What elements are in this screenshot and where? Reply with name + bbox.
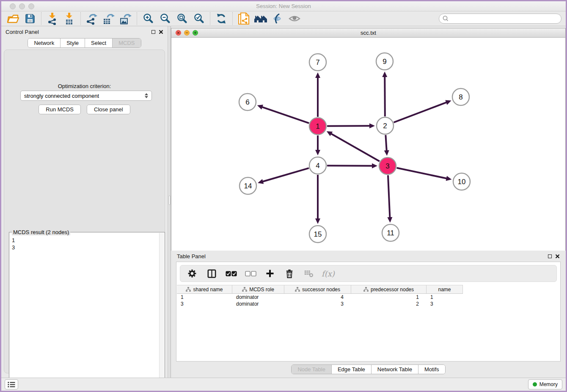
graph-edge-2-3[interactable] [385, 135, 386, 151]
deselect-all-columns-button[interactable] [244, 267, 257, 280]
graph-node-6[interactable]: 6 [239, 94, 256, 110]
zoom-fit-button[interactable] [173, 12, 190, 25]
column-header-shared-name[interactable]: shared name [177, 285, 232, 293]
window-title: Session: New Session [1, 3, 566, 9]
graph-edge-arrow [384, 150, 389, 156]
unchecked-boxes-icon [245, 271, 256, 276]
import-table-button[interactable] [61, 12, 78, 25]
column-header-successor-nodes[interactable]: successor nodes [284, 285, 351, 293]
network-canvas[interactable]: 7968124314101511 [171, 38, 565, 251]
new-network-from-selection-button[interactable] [235, 12, 252, 25]
zoom-fit-icon [176, 13, 187, 24]
close-panel-icon[interactable] [555, 254, 560, 259]
cell-shared-name: 3 [177, 301, 232, 307]
select-all-columns-button[interactable] [224, 267, 238, 280]
zoom-in-button[interactable] [140, 12, 157, 25]
selected-option: strongly connected component [24, 93, 99, 99]
trash-icon [286, 269, 293, 278]
table-row[interactable]: 3 dominator 3 2 3 [177, 301, 463, 307]
graph-edge-1-6[interactable] [261, 107, 309, 123]
graph-node-4[interactable]: 4 [309, 157, 326, 174]
tab-select[interactable]: Select [85, 39, 113, 47]
graph-edge-2-9[interactable] [385, 76, 385, 116]
tab-node-table[interactable]: Node Table [292, 365, 332, 374]
zoom-out-button[interactable] [157, 12, 173, 25]
save-session-button[interactable] [22, 12, 39, 25]
table-settings-button[interactable] [185, 267, 199, 280]
graph-node-15[interactable]: 15 [309, 226, 326, 243]
svg-text:9: 9 [383, 58, 386, 66]
tab-edge-table[interactable]: Edge Table [332, 365, 372, 374]
memory-button[interactable]: Memory [528, 379, 562, 389]
import-network-button[interactable] [44, 12, 61, 25]
tab-style[interactable]: Style [61, 39, 85, 47]
show-panels-button[interactable] [5, 379, 18, 389]
close-panel-button[interactable]: Close panel [87, 105, 130, 114]
tab-motifs[interactable]: Motifs [418, 365, 445, 374]
export-network-button[interactable] [83, 12, 100, 25]
save-icon [25, 13, 36, 24]
column-header-mcds-role[interactable]: MCDS role [232, 285, 284, 293]
delete-column-button[interactable] [283, 267, 296, 280]
home-button[interactable] [252, 12, 269, 25]
search-input[interactable] [449, 14, 561, 23]
graph-node-10[interactable]: 10 [453, 173, 470, 190]
export-image-button[interactable] [117, 12, 134, 25]
graph-node-9[interactable]: 9 [376, 53, 393, 70]
table-panel-header: Table Panel [171, 251, 566, 262]
optimization-criterion-select[interactable]: strongly connected component [20, 91, 152, 101]
graph-node-3[interactable]: 3 [379, 157, 396, 174]
tab-network-table[interactable]: Network Table [372, 365, 418, 374]
graph-edge-arrow [372, 163, 377, 168]
table-header-row: shared name MCDS role successor nodes pr… [177, 285, 463, 294]
search-box[interactable] [439, 14, 561, 24]
panel-splitter[interactable] [168, 26, 171, 378]
tab-network[interactable]: Network [28, 39, 61, 47]
export-table-button[interactable] [100, 12, 117, 25]
graph-edge-3-1[interactable] [330, 133, 379, 161]
window-titlebar: Session: New Session [1, 1, 566, 11]
cell-name: 3 [427, 301, 463, 307]
dropdown-arrows-icon [145, 93, 148, 98]
graph-edge-4-3[interactable] [327, 166, 373, 166]
function-builder-button-disabled[interactable]: f(x) [322, 269, 335, 278]
column-view-button[interactable] [205, 267, 218, 280]
float-panel-icon[interactable] [151, 30, 155, 34]
tab-mcds[interactable]: MCDS [113, 39, 140, 47]
mcds-result-list: 1 3 [12, 237, 159, 392]
graph-node-11[interactable]: 11 [382, 224, 399, 241]
graph-node-7[interactable]: 7 [309, 54, 326, 71]
svg-text:2: 2 [383, 122, 387, 130]
result-scrollbar[interactable] [159, 233, 164, 392]
svg-text:14: 14 [244, 182, 252, 190]
splitter-grip[interactable] [168, 196, 171, 205]
show-button[interactable] [286, 12, 303, 25]
zoom-selected-button[interactable] [190, 12, 207, 25]
graph-edge-1-2[interactable] [327, 126, 370, 126]
hide-button[interactable] [269, 12, 286, 25]
delete-table-button-disabled[interactable] [302, 267, 316, 280]
graph-edge-3-10[interactable] [397, 168, 447, 179]
graph-node-1[interactable]: 1 [309, 118, 326, 135]
graph-edge-4-14[interactable] [262, 168, 309, 182]
memory-label: Memory [539, 381, 558, 387]
graph-node-2[interactable]: 2 [377, 117, 394, 134]
graph-edge-2-8[interactable] [394, 102, 447, 122]
graph-node-14[interactable]: 14 [239, 177, 256, 194]
create-column-button[interactable] [263, 267, 277, 280]
refresh-button[interactable] [213, 12, 230, 25]
float-panel-icon[interactable] [548, 254, 552, 258]
column-header-name[interactable]: name [427, 285, 463, 293]
graph-edge-arrow [315, 218, 320, 224]
column-header-predecessor-nodes[interactable]: predecessor nodes [351, 285, 427, 293]
cell-predecessor-nodes: 1 [351, 294, 427, 300]
graph-node-8[interactable]: 8 [452, 88, 469, 105]
open-session-button[interactable] [5, 12, 22, 25]
run-mcds-button[interactable]: Run MCDS [39, 105, 81, 114]
close-panel-icon[interactable] [159, 30, 163, 34]
mcds-tab-content: Optimization criterion: strongly connect… [4, 50, 165, 373]
delete-table-icon [304, 270, 314, 278]
graph-edge-3-11[interactable] [388, 175, 390, 218]
cell-successor-nodes: 4 [284, 294, 351, 300]
table-row[interactable]: 1 dominator 4 1 1 [177, 294, 463, 301]
